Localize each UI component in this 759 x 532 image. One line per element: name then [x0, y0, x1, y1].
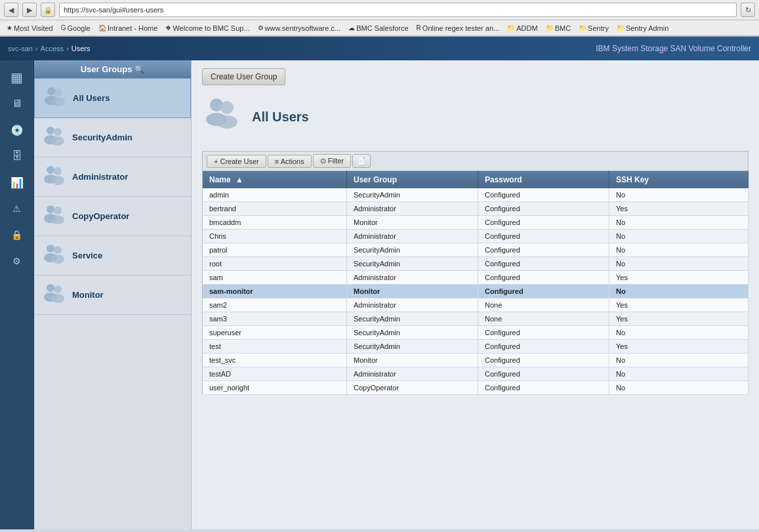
bookmark-icon: ★	[7, 24, 12, 31]
address-bar[interactable]: https://svc-san/gui#users-users	[59, 3, 737, 17]
svg-point-23	[51, 294, 64, 303]
settings-icon2[interactable]: ⚙	[5, 249, 29, 273]
cell-name: user_noright	[203, 381, 347, 395]
svg-point-7	[51, 136, 64, 146]
cell-user-group: Monitor	[347, 354, 478, 367]
refresh-button[interactable]: ↻	[741, 3, 755, 17]
svg-point-10	[54, 167, 62, 175]
actions-button[interactable]: ≡ Actions	[268, 155, 312, 168]
group-name-label: All Users	[73, 93, 110, 103]
table-row[interactable]: admin SecurityAdmin Configured No	[203, 188, 749, 202]
cell-password: Configured	[478, 257, 609, 271]
chart-icon[interactable]: 📊	[5, 171, 29, 194]
table-row[interactable]: bmcaddm Monitor Configured No	[203, 216, 749, 230]
col-header-name[interactable]: Name ▲	[203, 171, 347, 189]
sidebar-item-security-admin[interactable]: SecurityAdmin	[34, 118, 191, 157]
bookmark-item[interactable]: 📁ADDM	[504, 24, 540, 33]
cell-ssh-key: Yes	[609, 298, 749, 312]
cell-user-group: SecurityAdmin	[347, 326, 478, 340]
cell-name: patrol	[203, 243, 347, 257]
bookmark-item[interactable]: 📁BMC	[543, 24, 573, 33]
back-button[interactable]: ◀	[4, 3, 18, 17]
sidebar-item-administrator[interactable]: Administrator	[34, 157, 191, 197]
group-name-label: Administrator	[72, 172, 128, 182]
cell-name: testAD	[203, 367, 347, 381]
page-header: svc-san › Access › Users IBM System Stor…	[0, 37, 759, 60]
sidebar-item-all-users[interactable]: All Users	[34, 78, 191, 118]
lock-icon[interactable]: 🔒	[5, 223, 29, 247]
bookmark-label: Sentry Admin	[626, 24, 668, 32]
table-row[interactable]: Chris Administrator Configured No	[203, 230, 749, 243]
cell-password: Configured	[478, 243, 609, 257]
search-icon[interactable]: 🔍	[134, 65, 144, 74]
table-row[interactable]: sam3 SecurityAdmin None Yes	[203, 312, 749, 326]
cell-ssh-key: No	[609, 230, 749, 243]
table-row[interactable]: bertrand Administrator Configured Yes	[203, 202, 749, 216]
bookmark-item[interactable]: ★Most Visited	[4, 24, 56, 33]
sidebar-item-copy-operator[interactable]: CopyOperator	[34, 197, 191, 236]
bookmark-item[interactable]: ☁BMC Salesforce	[346, 24, 411, 33]
table-row[interactable]: sam Administrator Configured Yes	[203, 271, 749, 285]
cell-name: sam2	[203, 298, 347, 312]
table-row[interactable]: sam-monitor Monitor Configured No	[203, 285, 749, 298]
users-table-body: admin SecurityAdmin Configured No bertra…	[203, 188, 749, 395]
create-user-group-button[interactable]: Create User Group	[202, 68, 285, 85]
table-row[interactable]: user_noright CopyOperator Configured No	[203, 381, 749, 395]
col-header-password[interactable]: Password	[478, 171, 609, 189]
cell-ssh-key: Yes	[609, 271, 749, 285]
table-row[interactable]: test SecurityAdmin Configured Yes	[203, 340, 749, 354]
table-row[interactable]: testAD Administrator Configured No	[203, 367, 749, 381]
bookmark-item[interactable]: GGoogle	[58, 24, 93, 33]
table-row[interactable]: test_svc Monitor Configured No	[203, 354, 749, 367]
disk-icon[interactable]: 💿	[5, 118, 29, 142]
table-row[interactable]: superuser SecurityAdmin Configured No	[203, 326, 749, 340]
cell-user-group: SecurityAdmin	[347, 312, 478, 326]
cell-name: sam3	[203, 312, 347, 326]
table-row[interactable]: root SecurityAdmin Configured No	[203, 257, 749, 271]
bookmark-icon: 📁	[546, 24, 554, 31]
cell-name: root	[203, 257, 347, 271]
svg-point-20	[47, 284, 54, 292]
bookmark-item[interactable]: ❖Welcome to BMC Sup...	[163, 24, 252, 33]
bookmark-item[interactable]: ⚙www.sentrysoftware.c...	[255, 24, 344, 33]
breadcrumb-access[interactable]: Access	[41, 45, 64, 52]
col-header-ssh-key[interactable]: SSH Key	[609, 171, 749, 189]
monitor-icon[interactable]: 🖥	[5, 92, 29, 115]
cell-ssh-key: Yes	[609, 312, 749, 326]
cell-ssh-key: No	[609, 326, 749, 340]
table-toolbar: + Create User ≡ Actions ⊙ Filter 📄	[202, 151, 749, 171]
cell-user-group: Administrator	[347, 271, 478, 285]
cell-name: admin	[203, 188, 347, 202]
browser-toolbar: ◀ ▶ 🔒 https://svc-san/gui#users-users ↻	[0, 0, 759, 20]
table-row[interactable]: patrol SecurityAdmin Configured No	[203, 243, 749, 257]
group-avatar-icon	[43, 84, 66, 112]
breadcrumb-home[interactable]: svc-san	[8, 45, 33, 52]
col-header-user-group[interactable]: User Group	[347, 171, 478, 189]
filter-button[interactable]: ⊙ Filter	[313, 154, 352, 168]
bookmark-icon: ☁	[348, 24, 355, 31]
cell-password: Configured	[478, 216, 609, 230]
database-icon[interactable]: 🗄	[5, 144, 29, 168]
group-name-label: Monitor	[72, 290, 104, 300]
bookmark-item[interactable]: 📁Sentry Admin	[614, 24, 671, 33]
create-user-button[interactable]: + Create User	[207, 155, 266, 168]
export-button[interactable]: 📄	[352, 154, 371, 168]
cell-password: Configured	[478, 285, 609, 298]
storage-icon[interactable]: ▦	[5, 66, 29, 89]
bookmark-item[interactable]: 📁Sentry	[576, 24, 611, 33]
content-area: User Groups 🔍 All Users SecurityAdmin	[34, 60, 759, 529]
table-row[interactable]: sam2 Administrator None Yes	[203, 298, 749, 312]
cell-user-group: SecurityAdmin	[347, 340, 478, 354]
group-avatar-icon	[42, 123, 66, 152]
svg-point-6	[54, 128, 62, 136]
svg-point-22	[54, 285, 62, 293]
sidebar-item-monitor[interactable]: Monitor	[34, 276, 191, 315]
group-name-label: SecurityAdmin	[72, 133, 133, 142]
hazard-icon[interactable]: ⚠	[5, 197, 29, 220]
forward-button[interactable]: ▶	[22, 3, 37, 17]
bookmarks-bar: ★Most VisitedGGoogle🏠Intranet - Home❖Wel…	[0, 20, 759, 36]
cell-user-group: Administrator	[347, 367, 478, 381]
sidebar-item-service[interactable]: Service	[34, 236, 191, 276]
bookmark-item[interactable]: ROnline regex tester an...	[414, 24, 503, 33]
bookmark-item[interactable]: 🏠Intranet - Home	[96, 24, 160, 33]
